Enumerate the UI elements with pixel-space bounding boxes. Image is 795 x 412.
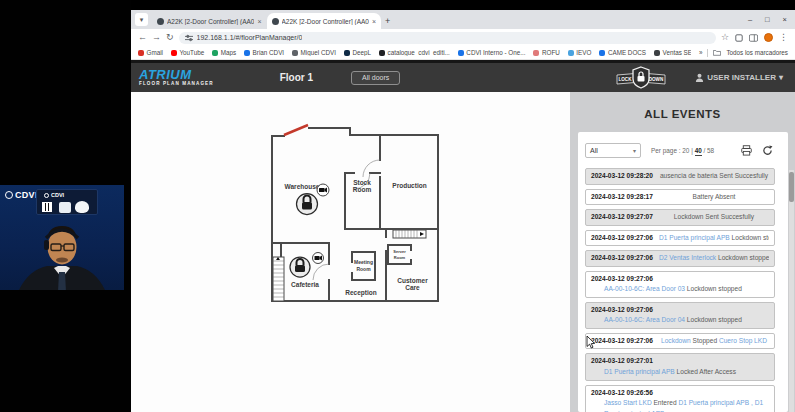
event-entity-link[interactable]: Cuero Stop LKD xyxy=(719,337,767,344)
bookmark-star-icon[interactable]: ☆ xyxy=(721,33,729,42)
bookmark-favicon xyxy=(379,50,385,56)
events-list: 2024-03-12 09:28:20ausencia de bateria S… xyxy=(585,168,781,412)
bookmark-item[interactable]: ROFU xyxy=(533,49,559,56)
room-label: Cafeteria xyxy=(291,281,319,288)
browser-tab-1[interactable]: A22K [2-Door Controller] (AA0 × xyxy=(152,13,267,29)
caret-down-icon: ▾ xyxy=(779,73,783,82)
bookmarks-overflow-chevron[interactable]: » xyxy=(699,49,703,56)
event-entity-link[interactable]: Jasso Start LKD xyxy=(604,399,652,406)
profile-avatar[interactable] xyxy=(764,33,773,42)
menu-kebab-icon[interactable]: ⋮ xyxy=(779,33,788,42)
alarm-door-indicator[interactable] xyxy=(284,125,308,135)
print-icon[interactable] xyxy=(741,145,752,156)
browser-tab-2-active[interactable]: A22K [2-Door Controller] (AA0 × xyxy=(267,13,382,29)
bookmark-item[interactable]: Gmail xyxy=(138,49,163,56)
separator: | xyxy=(691,147,693,154)
video-frame: { "browser": { "tabs": [ {"title": "A22K… xyxy=(0,0,795,412)
tab-favicon xyxy=(272,18,279,25)
new-tab-button[interactable]: + xyxy=(385,16,390,26)
events-sidebar: ALL EVENTS All ▾ Per page : 20 | 40 / 58 xyxy=(570,92,795,412)
bookmark-item[interactable]: Miguel CDVI xyxy=(292,49,336,56)
cafeteria-lock-icon[interactable] xyxy=(290,257,310,277)
per-page-total: / 58 xyxy=(704,147,715,154)
tab-strip: ▾ A22K [2-Door Controller] (AA0 × A22K [… xyxy=(131,10,795,29)
bookmark-item[interactable]: DeepL xyxy=(344,49,371,56)
event-row[interactable]: 2024-03-12 09:27:06AA-00-10-6C: Area Doo… xyxy=(585,302,775,329)
bookmark-item[interactable]: YouTube xyxy=(171,49,204,56)
bookmark-item[interactable]: IEVO xyxy=(568,49,592,56)
bookmark-favicon xyxy=(212,50,218,56)
event-timestamp: 2024-03-12 09:27:06 xyxy=(591,336,653,347)
split-screen-icon[interactable] xyxy=(749,34,758,42)
lockdown-badge-icon[interactable]: LOCK DOWN xyxy=(615,66,667,89)
tab-title: A22K [2-Door Controller] (AA0 xyxy=(167,18,254,25)
scrollbar-thumb[interactable] xyxy=(789,172,794,202)
event-row[interactable]: 2024-03-12 09:27:06D2 Ventas Interlock L… xyxy=(585,250,775,267)
warehouse-lock-icon[interactable] xyxy=(297,194,318,215)
tab-close-icon[interactable]: × xyxy=(372,18,376,25)
product-image xyxy=(59,202,71,213)
event-row[interactable]: 2024-03-12 09:27:06Lockdown Stopped Cuer… xyxy=(585,333,775,350)
all-bookmarks-label[interactable]: Todos los marcadores xyxy=(726,49,788,56)
event-timestamp: 2024-03-12 09:26:56 xyxy=(591,388,653,399)
bookmark-item[interactable]: Maps xyxy=(212,49,236,56)
floor-title: Floor 1 xyxy=(280,72,313,83)
site-settings-icon[interactable] xyxy=(185,34,193,42)
event-entity-link[interactable]: AA-00-10-6C: Area Door 03 xyxy=(604,285,685,292)
per-page-option-40[interactable]: 40 xyxy=(695,147,702,156)
cafeteria-camera-icon[interactable] xyxy=(313,253,324,264)
bookmark-item[interactable]: CAME DOCS xyxy=(599,49,646,56)
cdvi-logo: CDVI xyxy=(5,190,38,200)
warehouse-camera-icon[interactable] xyxy=(317,184,329,196)
cdvi-brand-text: CDVI xyxy=(15,190,38,200)
event-text: Lockdown Sent Succesfully xyxy=(674,213,754,220)
bookmark-item[interactable]: CDVI Interno - One... xyxy=(458,49,526,56)
event-row[interactable]: 2024-03-12 09:28:17Battery Absent xyxy=(585,189,775,206)
event-entity-link[interactable]: AA-00-10-6C: Area Door 04 xyxy=(604,316,685,323)
tab-close-icon[interactable]: × xyxy=(257,18,261,25)
app-header: ATRIUM FLOOR PLAN MANAGER Floor 1 All do… xyxy=(131,60,795,92)
window-maximize-button[interactable]: □ xyxy=(765,15,770,24)
window-close-button[interactable]: × xyxy=(783,15,787,24)
per-page-label: Per page : xyxy=(651,147,681,154)
event-entity-link[interactable]: D1 Puerta principal APB xyxy=(604,368,675,375)
room-label: CustomerCare xyxy=(397,277,428,291)
event-timestamp: 2024-03-12 09:27:06 xyxy=(591,233,653,244)
bookmark-item[interactable]: Ventas SEG xyxy=(654,49,691,56)
event-timestamp: 2024-03-12 09:28:20 xyxy=(591,171,653,182)
per-page-control: Per page : 20 | 40 / 58 xyxy=(651,147,714,154)
user-icon xyxy=(695,73,704,82)
per-page-option-20[interactable]: 20 xyxy=(682,147,689,154)
event-row[interactable]: 2024-03-12 09:27:06AA-00-10-6C: Area Doo… xyxy=(585,271,775,298)
event-row[interactable]: 2024-03-12 09:28:20ausencia de bateria S… xyxy=(585,168,775,185)
all-doors-button[interactable]: All doors xyxy=(351,71,400,85)
event-text: Lockdown stopped xyxy=(730,234,769,241)
bookmark-item[interactable]: Brian CDVI xyxy=(244,49,284,56)
reload-icon[interactable]: ↻ xyxy=(166,33,174,42)
event-entity-link[interactable]: D1 Puerta principal APB xyxy=(659,234,730,241)
event-message: Lockdown Stopped Cuero Stop LKD xyxy=(659,336,769,347)
event-entity-link[interactable]: Lockdown xyxy=(661,337,691,344)
refresh-icon[interactable] xyxy=(762,145,773,156)
bookmark-item[interactable]: catalogue_cdvi_editi... xyxy=(379,49,450,56)
event-row[interactable]: 2024-03-12 09:27:06D1 Puerta principal A… xyxy=(585,230,775,247)
bookmark-label: Brian CDVI xyxy=(253,49,285,56)
forward-icon[interactable]: → xyxy=(152,33,161,42)
event-entity-link[interactable]: D2 Ventas Interlock xyxy=(659,254,716,261)
address-bar[interactable]: 192.168.1.1/#/floorPlanManager/0 xyxy=(179,32,716,44)
event-row[interactable]: 2024-03-12 09:27:01D1 Puerta principal A… xyxy=(585,353,775,380)
event-row[interactable]: 2024-03-12 09:26:56Jasso Start LKD Enter… xyxy=(585,385,775,412)
event-message: D1 Puerta principal APB Lockdown stopped xyxy=(659,233,769,244)
events-scrollbar[interactable] xyxy=(789,170,794,412)
events-card: All ▾ Per page : 20 | 40 / 58 xyxy=(578,132,788,412)
user-menu[interactable]: USER INSTALLER ▾ xyxy=(695,73,783,82)
bookmark-label: CAME DOCS xyxy=(608,49,646,56)
event-filter-select[interactable]: All ▾ xyxy=(585,143,641,158)
back-icon[interactable]: ← xyxy=(138,33,147,42)
extensions-icon[interactable] xyxy=(735,34,743,42)
webcam-overlay: CDVI CDVI xyxy=(0,185,124,290)
tab-search-icon[interactable]: ▾ xyxy=(135,13,148,26)
divider xyxy=(707,49,708,57)
window-minimize-button[interactable]: – xyxy=(748,15,752,24)
event-row[interactable]: 2024-03-12 09:27:07Lockdown Sent Succesf… xyxy=(585,209,775,226)
